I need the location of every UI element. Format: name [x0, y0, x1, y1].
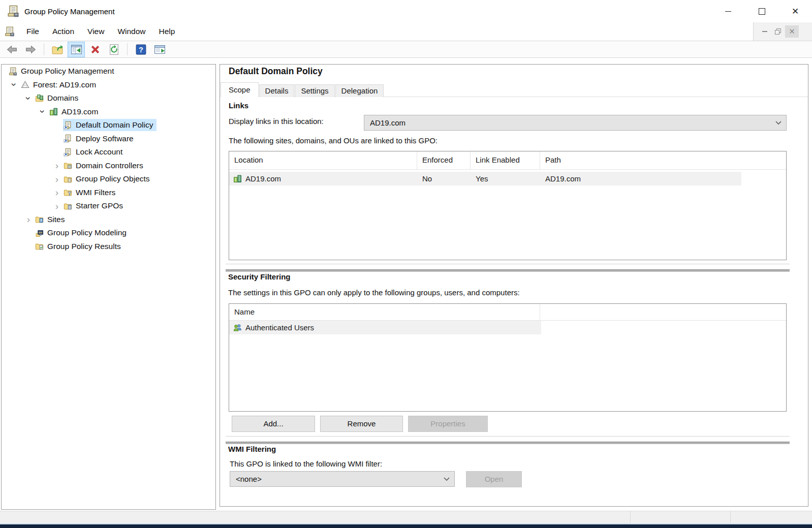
forward-icon [24, 43, 37, 56]
section-splitter[interactable] [226, 264, 790, 272]
title-bar: Group Policy Management ✕ [0, 0, 812, 23]
tree-item-group-policy-results[interactable]: Group Policy Results [2, 240, 215, 254]
remove-button[interactable]: Remove [320, 416, 403, 432]
back-icon [6, 43, 18, 56]
tree-item-default-domain-policy[interactable]: Default Domain Policy [2, 118, 215, 132]
back-button[interactable] [3, 42, 20, 57]
tab-delegation[interactable]: Delegation [335, 84, 384, 97]
export-list-button[interactable] [49, 42, 66, 57]
tree-item-domains[interactable]: ›Domains [2, 91, 215, 105]
gpo-link-icon [64, 121, 72, 130]
toolbar-separator [127, 43, 128, 55]
security-row-authenticated-users[interactable]: Authenticated Users [229, 321, 541, 334]
column-header-enforced[interactable]: Enforced [417, 151, 471, 169]
menu-help[interactable]: Help [152, 27, 182, 36]
menu-file[interactable]: File [20, 27, 46, 36]
menu-action[interactable]: Action [46, 27, 81, 36]
menu-window[interactable]: Window [111, 27, 152, 36]
tab-scope[interactable]: Scope [221, 82, 259, 97]
mdi-minimize-button[interactable] [758, 25, 771, 38]
domains-icon [35, 94, 44, 103]
links-heading: Links [229, 101, 248, 110]
links-caption: The following sites, domains, and OUs ar… [229, 136, 438, 145]
mdi-restore-button[interactable] [771, 25, 785, 38]
add-button[interactable]: Add... [232, 416, 315, 432]
chevron-right-icon[interactable]: › [51, 201, 63, 211]
tree-item-ad19-com[interactable]: ›AD19.com [2, 105, 215, 119]
security-filtering-list: Name Authenticated Users [229, 303, 787, 412]
tab-settings[interactable]: Settings [295, 84, 334, 97]
refresh-button[interactable] [105, 42, 122, 57]
tree-item-label: Group Policy Objects [76, 174, 150, 183]
links-table-header: Location Enforced Link Enabled Path [229, 151, 786, 170]
chevron-down-icon [444, 477, 450, 481]
section-splitter[interactable] [226, 436, 790, 445]
tree-item-group-policy-objects[interactable]: ›Group Policy Objects [2, 172, 215, 186]
mdi-close-button[interactable]: ✕ [785, 25, 799, 38]
folder-dc-icon [64, 161, 72, 170]
mdi-restore-icon [775, 28, 782, 35]
modeling-icon [35, 229, 44, 237]
properties-button: Properties [408, 416, 488, 432]
window-title: Group Policy Management [24, 7, 115, 16]
chevron-right-icon[interactable]: › [51, 161, 63, 170]
wmi-filter-dropdown[interactable]: <none> [230, 471, 455, 487]
link-row-ad19[interactable]: AD19.com No Yes AD19.com [229, 172, 741, 185]
tree-item-group-policy-modeling[interactable]: Group Policy Modeling [2, 226, 215, 240]
delete-icon [89, 43, 102, 56]
forest-icon [21, 80, 29, 89]
link-path: AD19.com [540, 174, 741, 183]
tree-item-label: Group Policy Results [47, 242, 121, 251]
tree-item-lock-account[interactable]: Lock Account [2, 145, 215, 159]
gpo-title: Default Domain Policy [229, 66, 323, 77]
tree-item-starter-gpos[interactable]: ›Starter GPOs [2, 199, 215, 213]
column-header-location[interactable]: Location [229, 151, 417, 169]
tree-node: Group Policy Objects [63, 173, 153, 185]
maximize-button[interactable] [745, 0, 778, 22]
wmi-filtering-description: This GPO is linked to the following WMI … [230, 459, 382, 468]
open-button: Open [466, 471, 522, 487]
status-separator [730, 511, 731, 523]
gpo-link-icon [64, 134, 72, 143]
toolbar: ? [0, 41, 812, 58]
chevron-right-icon[interactable]: › [51, 188, 63, 197]
forward-button[interactable] [22, 42, 39, 57]
tree-selection: Default Domain Policy [63, 119, 157, 131]
menu-view[interactable]: View [81, 27, 111, 36]
chevron-down-icon[interactable]: › [37, 107, 49, 116]
tree-item-label: AD19.com [61, 107, 98, 116]
tree-node: AD19.com [49, 106, 102, 118]
tree-item-label: Deploy Software [76, 134, 134, 143]
column-header-link-enabled[interactable]: Link Enabled [471, 151, 540, 169]
tree-item-label: Sites [47, 215, 65, 224]
delete-button[interactable] [86, 42, 104, 57]
tree-item-forest-ad19-com[interactable]: ›Forest: AD19.com [2, 78, 215, 92]
tree-node: Group Policy Modeling [35, 227, 130, 239]
column-header-name[interactable]: Name [229, 304, 540, 320]
tree-item-label: WMI Filters [76, 188, 115, 197]
tree-item-deploy-software[interactable]: Deploy Software [2, 132, 215, 146]
tree-item-label: Forest: AD19.com [33, 80, 96, 89]
chevron-right-icon[interactable]: › [22, 214, 35, 224]
close-button[interactable]: ✕ [778, 0, 812, 22]
minimize-button[interactable] [711, 0, 745, 22]
folder-gpo-icon [64, 175, 72, 183]
menu-items: FileActionViewWindowHelp [20, 27, 181, 36]
tab-details[interactable]: Details [259, 84, 295, 97]
toggle-console-tree-button[interactable] [68, 42, 85, 57]
tree-item-domain-controllers[interactable]: ›Domain Controllers [2, 159, 215, 173]
folder-results-icon [35, 242, 44, 251]
link-enforced: No [417, 174, 471, 183]
help-button[interactable]: ? [132, 42, 149, 57]
chevron-down-icon[interactable]: › [8, 80, 20, 89]
chevron-down-icon[interactable]: › [22, 94, 35, 103]
location-dropdown[interactable]: AD19.com [364, 115, 787, 131]
tree-item-group-policy-management[interactable]: Group Policy Management [2, 65, 215, 78]
tree-item-label: Domain Controllers [76, 161, 143, 170]
tree-item-wmi-filters[interactable]: ›WMI Filters [2, 186, 215, 200]
new-window-button[interactable] [151, 42, 168, 57]
gpo-link-icon [64, 148, 72, 157]
chevron-right-icon[interactable]: › [51, 174, 63, 184]
column-header-path[interactable]: Path [540, 151, 786, 169]
tree-item-sites[interactable]: ›Sites [2, 213, 215, 227]
